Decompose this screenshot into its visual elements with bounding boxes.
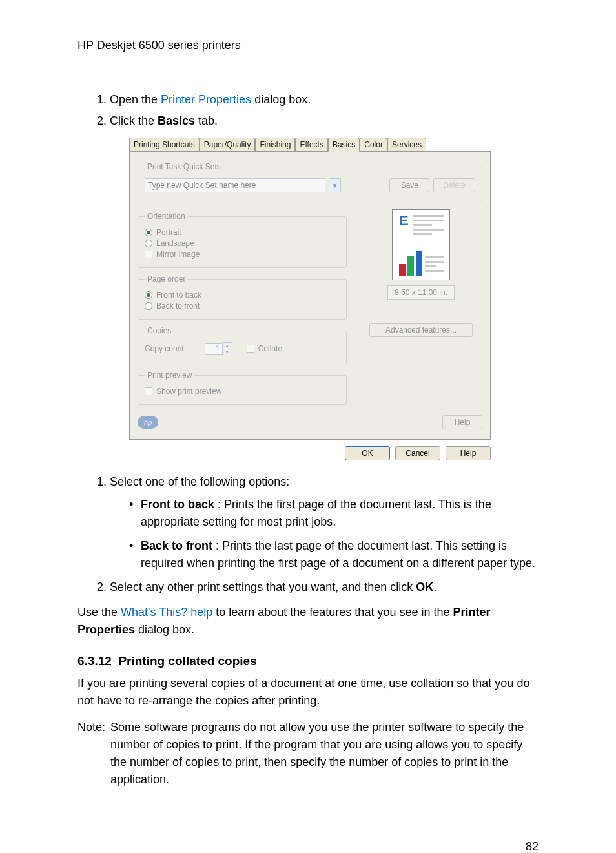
step-4-bold: OK: [416, 581, 433, 593]
bullet-back-to-front: Back to front : Prints the last page of …: [129, 537, 539, 572]
show-preview-checkbox[interactable]: [145, 387, 152, 395]
hp-logo-icon: hp: [138, 416, 158, 429]
page-order-group: Page order Front to back Back to front: [138, 274, 347, 320]
step-3-text: Select one of the following options:: [110, 475, 289, 488]
preview-chart-icon: [399, 250, 422, 276]
print-preview-legend: Print preview: [145, 371, 194, 380]
use-the-paragraph: Use the What's This? help to learn about…: [77, 604, 539, 639]
landscape-radio[interactable]: [145, 240, 152, 247]
copy-count-input[interactable]: [205, 343, 223, 355]
portrait-label: Portrait: [156, 228, 181, 237]
dialog-tabs: Printing Shortcuts Paper/Quality Finishi…: [129, 138, 491, 151]
step-4-suffix: .: [433, 581, 436, 593]
back-to-front-label: Back to front: [156, 302, 200, 311]
cancel-button[interactable]: Cancel: [395, 446, 440, 460]
front-to-back-label: Front to back: [156, 291, 201, 300]
tab-services[interactable]: Services: [387, 138, 426, 151]
delete-button: Delete: [433, 178, 475, 192]
note-label: Note:: [77, 719, 105, 788]
dialog-bottom-buttons: OK Cancel Help: [129, 446, 491, 460]
step-4-prefix: Select any other print settings that you…: [110, 581, 416, 593]
collate-checkbox[interactable]: [247, 345, 254, 353]
bullet-front-to-back: Front to back : Prints the first page of…: [129, 496, 539, 531]
front-to-back-radio[interactable]: [145, 291, 152, 299]
print-preview-group: Print preview Show print preview: [138, 371, 347, 405]
step-1-prefix: Open the: [110, 93, 161, 106]
copies-group: Copies Copy count ▲▼ Collate: [138, 326, 347, 364]
dialog-screenshot: Printing Shortcuts Paper/Quality Finishi…: [129, 138, 491, 460]
copy-count-label: Copy count: [145, 344, 184, 353]
show-preview-label: Show print preview: [156, 387, 221, 396]
save-button[interactable]: Save: [389, 178, 429, 192]
page-number: 82: [77, 840, 539, 853]
section-paragraph: If you are printing several copies of a …: [77, 675, 539, 710]
page-preview-thumbnail: E: [392, 209, 450, 280]
preview-letter-icon: E: [399, 212, 409, 229]
copies-legend: Copies: [145, 326, 174, 335]
use-mid: to learn about the features that you see…: [212, 606, 453, 619]
quickset-dropdown-arrow[interactable]: ▼: [329, 178, 341, 192]
ok-button[interactable]: OK: [345, 446, 390, 460]
orientation-group: Orientation Portrait Landscape Mirror im…: [138, 212, 347, 268]
tab-basics[interactable]: Basics: [328, 138, 360, 152]
mirror-label: Mirror image: [156, 250, 200, 259]
note-block: Note: Some software programs do not allo…: [77, 719, 539, 788]
section-heading: 6.3.12 Printing collated copies: [77, 654, 539, 668]
tab-effects[interactable]: Effects: [295, 138, 327, 151]
copy-count-spinner[interactable]: ▲▼: [205, 342, 232, 355]
bullet-2-bold: Back to front: [141, 539, 212, 552]
bullet-1-bold: Front to back: [141, 498, 214, 511]
step-1-suffix: dialog box.: [251, 93, 311, 106]
tab-finishing[interactable]: Finishing: [255, 138, 295, 151]
printer-properties-link[interactable]: Printer Properties: [161, 93, 251, 106]
page-order-legend: Page order: [145, 274, 188, 283]
step-2-bold: Basics: [158, 114, 195, 127]
step-1: Open the Printer Properties dialog box.: [110, 91, 539, 108]
portrait-radio[interactable]: [145, 229, 152, 236]
step-2-suffix: tab.: [195, 114, 218, 127]
step-3: Select one of the following options: Fro…: [110, 473, 539, 572]
tab-color[interactable]: Color: [360, 138, 387, 151]
orientation-legend: Orientation: [145, 212, 188, 221]
tab-paper-quality[interactable]: Paper/Quality: [200, 138, 256, 151]
advanced-features-button[interactable]: Advanced features...: [369, 323, 473, 337]
quick-sets-legend: Print Task Quick Sets: [145, 162, 223, 171]
dialog-panel: Print Task Quick Sets ▼ Save Delete Orie…: [129, 151, 491, 440]
mirror-checkbox[interactable]: [145, 251, 152, 258]
spinner-down[interactable]: ▼: [223, 349, 232, 355]
section-number: 6.3.12: [77, 654, 112, 668]
use-suffix: dialog box.: [135, 623, 194, 636]
step-2-prefix: Click the: [110, 114, 158, 127]
back-to-front-radio[interactable]: [145, 302, 152, 310]
steps-list-top: Open the Printer Properties dialog box. …: [77, 91, 539, 130]
tab-printing-shortcuts[interactable]: Printing Shortcuts: [129, 138, 200, 151]
use-prefix: Use the: [77, 606, 121, 619]
panel-help-button[interactable]: Help: [442, 415, 482, 429]
collate-label: Collate: [258, 344, 282, 353]
steps-list-mid: Select one of the following options: Fro…: [77, 473, 539, 596]
document-header: HP Deskjet 6500 series printers: [77, 39, 539, 52]
section-title: Printing collated copies: [118, 654, 256, 668]
landscape-label: Landscape: [156, 239, 194, 248]
note-text: Some software programs do not allow you …: [110, 719, 539, 788]
step-4: Select any other print settings that you…: [110, 579, 539, 596]
quickset-name-input[interactable]: [145, 178, 325, 192]
whats-this-link[interactable]: What's This? help: [121, 606, 212, 619]
quick-sets-group: Print Task Quick Sets ▼ Save Delete: [138, 162, 482, 201]
spinner-up[interactable]: ▲: [223, 343, 232, 349]
paper-size-display: 8.50 x 11.00 in.: [387, 285, 455, 300]
step-2: Click the Basics tab.: [110, 112, 539, 130]
help-button[interactable]: Help: [446, 446, 491, 460]
